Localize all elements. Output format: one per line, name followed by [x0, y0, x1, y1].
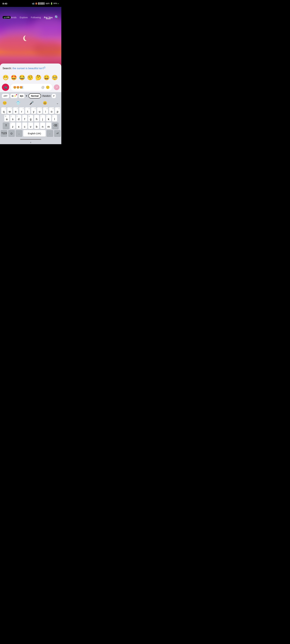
key-k[interactable]: (k [46, 115, 51, 122]
keyboard-row-1: 1q 2w 3e 4r 5t 6y 7u 8i 9o 0p [0, 107, 61, 114]
key-h[interactable]: -h [34, 115, 39, 122]
period-label: . [50, 132, 50, 135]
key-u[interactable]: 7u [37, 108, 42, 114]
normal-button[interactable]: Normal [28, 94, 41, 98]
nav-active-indicator [46, 18, 51, 19]
status-time: 8:43 [2, 2, 7, 5]
key-t[interactable]: 5t [25, 108, 30, 114]
signal-mute-icon: 🔕 [35, 2, 38, 5]
key-delete[interactable]: ⌫ [52, 122, 59, 129]
battery-percent: 84% [54, 2, 57, 4]
battery-dot: ● [58, 3, 59, 4]
key-e[interactable]: 3e [13, 108, 18, 114]
keyboard-emoji-icon[interactable]: 😊 [2, 101, 7, 105]
key-numbers[interactable]: ?123 [1, 130, 7, 137]
keyboard-face-scan-icon[interactable]: 😃 [43, 101, 47, 105]
text-input-box[interactable]: 🤩🤩🤩 @ 🙂 [11, 84, 52, 91]
key-y[interactable]: 6y [31, 108, 36, 114]
key-x[interactable]: x [16, 122, 21, 129]
input-text-content: 🤩🤩🤩 [13, 86, 40, 89]
key-d[interactable]: £d [16, 115, 21, 122]
keyboard-row-3: ⇧ *z x :c ;v b n m ⌫ [0, 122, 61, 130]
nav-for-you-wrapper[interactable]: For You [44, 16, 52, 19]
nav-bar: 📺 LIVE Friends Explore Following For You… [0, 14, 61, 21]
nav-for-you[interactable]: For You [44, 16, 52, 19]
search-label: Search: [2, 67, 12, 70]
emoji-pleading[interactable]: 🥺 [52, 74, 58, 80]
chevron-down-icon[interactable]: ∨ [30, 141, 32, 144]
key-b[interactable]: b [34, 122, 39, 129]
key-emoji[interactable]: ☺ [8, 130, 15, 137]
key-r[interactable]: 4r [19, 108, 24, 114]
live-icon: 📺 [4, 16, 6, 18]
sticker-icon: ⊞✨ [12, 95, 16, 97]
key-space[interactable]: English (UK) [23, 130, 46, 137]
send-arrow-icon: ↗ [56, 86, 58, 89]
nav-explore[interactable]: Explore [20, 16, 28, 19]
send-button[interactable]: ↗ [54, 84, 60, 90]
signal-bars-icon: ▌▌▌▌▌ [38, 2, 45, 4]
emoji-row: 😁 🤩 😂 🤨 🤔 😄 🥺 [0, 73, 61, 82]
at-icon[interactable]: @ [41, 86, 44, 89]
art-button[interactable]: ART [2, 94, 9, 98]
key-n[interactable]: n [40, 122, 45, 129]
search-icon-nav[interactable]: 🔍 [54, 15, 59, 19]
camera-icon: 📹 [32, 2, 34, 5]
big-icon: B|G [20, 95, 23, 97]
record-button[interactable]: 📹 [2, 84, 9, 91]
keyboard-toolbar: ART ⊞✨ B|G ▾ Normal Random P [0, 92, 61, 100]
input-row: 📹 🤩🤩🤩 @ 🙂 ↗ [0, 82, 61, 92]
live-badge[interactable]: 📺 LIVE [2, 16, 11, 19]
key-shift[interactable]: ⇧ [3, 122, 9, 129]
key-f[interactable]: –f [22, 115, 27, 122]
key-q[interactable]: 1q [1, 108, 6, 114]
keyboard-shirt-icon[interactable]: 👕 [16, 101, 20, 105]
key-v[interactable]: ;v [28, 122, 33, 129]
emoji-hearts[interactable]: 🤩 [11, 74, 17, 80]
live-text: LIVE [6, 16, 10, 18]
keyboard: 1q 2w 3e 4r 5t 6y 7u 8i 9o 0p @a #s £d –… [0, 106, 61, 138]
emoji-laugh[interactable]: 😂 [19, 74, 25, 80]
key-c[interactable]: :c [22, 122, 27, 129]
key-g[interactable]: &g [28, 115, 33, 122]
big-button[interactable]: B|G [19, 94, 24, 98]
key-w[interactable]: 2w [7, 108, 12, 114]
chevron-down-area: ∨ [0, 140, 61, 144]
key-period[interactable]: . [46, 130, 53, 137]
key-a[interactable]: @a [4, 115, 9, 122]
dropdown-button[interactable]: ▾ [26, 94, 27, 98]
search-query[interactable]: the sunset is beautiful isn't [12, 67, 44, 70]
space-label: English (UK) [28, 132, 41, 135]
emoji-thinking[interactable]: 🤔 [35, 74, 42, 80]
battery-icon: 🔋 [50, 2, 53, 5]
status-bar: 8:43 📹 🔕 ▌▌▌▌▌ WiFi 🔋 84% ● [0, 0, 61, 7]
keyboard-collapse-icon[interactable]: ⌄ [56, 101, 59, 105]
face-icon[interactable]: 🙂 [46, 85, 50, 89]
key-comma[interactable]: , [16, 130, 22, 137]
key-o[interactable]: 9o [49, 108, 54, 114]
hero-image: 📺 LIVE Friends Explore Following For You… [0, 7, 61, 67]
search-q-icon: Q [44, 66, 45, 68]
keyboard-mic-icon[interactable]: 🎤 [30, 101, 34, 105]
status-icons: 📹 🔕 ▌▌▌▌▌ WiFi 🔋 84% ● [32, 2, 59, 5]
extra-pill[interactable]: P [52, 94, 56, 98]
key-s[interactable]: #s [10, 115, 15, 122]
key-return[interactable]: ⏎ [54, 130, 61, 137]
key-l[interactable]: )l [52, 115, 57, 122]
emoji-raised-brow[interactable]: 🤨 [27, 74, 33, 80]
key-p[interactable]: 0p [55, 108, 60, 114]
key-m[interactable]: m [46, 122, 51, 129]
sticker-button[interactable]: ⊞✨ [10, 94, 18, 98]
keyboard-bottom-row: ?123 ☺ , English (UK) . ⏎ [0, 130, 61, 137]
cloud5 [33, 42, 61, 57]
key-z[interactable]: *z [10, 122, 15, 129]
random-button[interactable]: Random [42, 95, 51, 97]
delete-icon: ⌫ [54, 124, 57, 127]
emoji-grin[interactable]: 😁 [2, 74, 9, 80]
nav-following[interactable]: Following [31, 16, 41, 19]
key-i[interactable]: 8i [43, 108, 48, 114]
comma-label: , [19, 132, 19, 135]
home-bar [20, 139, 41, 140]
emoji-smile-sweat[interactable]: 😄 [44, 74, 50, 80]
key-j[interactable]: +j [40, 115, 45, 122]
